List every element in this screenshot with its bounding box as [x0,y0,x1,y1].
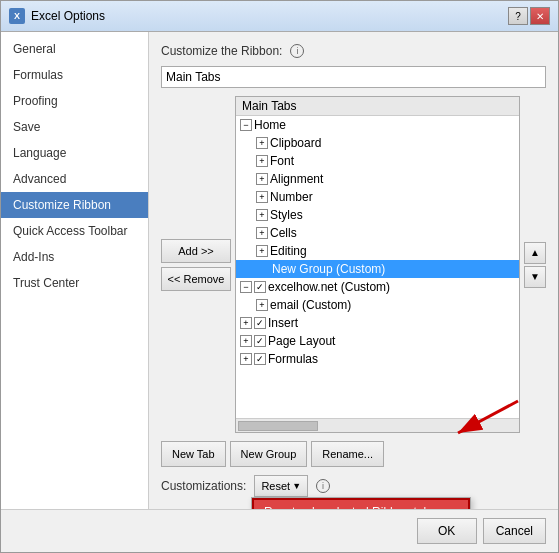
expand-icon[interactable]: + [240,353,252,365]
expand-icon[interactable]: + [256,155,268,167]
reset-button[interactable]: Reset ▼ [254,475,308,497]
help-button[interactable]: ? [508,7,528,25]
rename-button[interactable]: Rename... [311,441,384,467]
tree-item[interactable]: +✓Page Layout [236,332,519,350]
reset-label: Reset [261,480,290,492]
customizations-row: Customizations: Reset ▼ i Reset only sel… [161,475,546,497]
tree-item[interactable]: +✓Formulas [236,350,519,368]
tree-item[interactable]: +Font [236,152,519,170]
cancel-button[interactable]: Cancel [483,518,546,544]
right-scroll-buttons: ▲ ▼ [524,96,546,433]
tree-item-label: excelhow.net (Custom) [268,280,390,294]
sidebar-item-quick-access-toolbar[interactable]: Quick Access Toolbar [1,218,148,244]
expand-icon[interactable]: − [240,281,252,293]
tree-item-label: Cells [270,226,297,240]
tree-header: Main Tabs [236,97,519,116]
main-content: Customize the Ribbon: i Main Tabs Add >>… [149,32,558,509]
excel-options-dialog: X Excel Options ? ✕ GeneralFormulasProof… [0,0,559,553]
expand-icon[interactable]: + [256,227,268,239]
scroll-down-button[interactable]: ▼ [524,266,546,288]
sidebar-item-save[interactable]: Save [1,114,148,140]
tree-item-label: Page Layout [268,334,335,348]
checkbox-icon[interactable]: ✓ [254,335,266,347]
checkbox-icon[interactable]: ✓ [254,317,266,329]
expand-icon[interactable]: + [240,335,252,347]
sidebar-item-general[interactable]: General [1,36,148,62]
tree-item-label: Font [270,154,294,168]
reset-info-icon[interactable]: i [316,479,330,493]
tree-item-label: Number [270,190,313,204]
dialog-body: GeneralFormulasProofingSaveLanguageAdvan… [1,32,558,509]
expand-icon[interactable]: + [256,137,268,149]
checkbox-icon[interactable]: ✓ [254,353,266,365]
tree-item[interactable]: +Alignment [236,170,519,188]
close-button[interactable]: ✕ [530,7,550,25]
title-bar: X Excel Options ? ✕ [1,1,558,32]
tree-item-label: New Group (Custom) [272,262,385,276]
expand-icon[interactable]: + [256,191,268,203]
dialog-footer: OK Cancel [1,509,558,552]
sidebar-item-advanced[interactable]: Advanced [1,166,148,192]
sidebar-item-trust-center[interactable]: Trust Center [1,270,148,296]
new-tab-button[interactable]: New Tab [161,441,226,467]
tree-item-label: Insert [268,316,298,330]
tree-item[interactable]: +Clipboard [236,134,519,152]
tree-item[interactable]: New Group (Custom) [236,260,519,278]
title-bar-left: X Excel Options [9,8,105,24]
tree-item[interactable]: +✓Insert [236,314,519,332]
expand-icon[interactable]: + [256,173,268,185]
tree-item-label: Formulas [268,352,318,366]
tree-scroll-area[interactable]: −Home+Clipboard+Font+Alignment+Number+St… [236,116,519,418]
main-tabs-dropdown[interactable]: Main Tabs [161,66,546,88]
add-remove-panel: Add >> << Remove [161,96,231,433]
tree-item-label: Editing [270,244,307,258]
customizations-label: Customizations: [161,479,246,493]
sidebar: GeneralFormulasProofingSaveLanguageAdvan… [1,32,149,509]
dropdown-row: Main Tabs [161,66,546,88]
customize-ribbon-label: Customize the Ribbon: [161,44,282,58]
new-group-button[interactable]: New Group [230,441,308,467]
add-button[interactable]: Add >> [161,239,231,263]
tree-item[interactable]: +Cells [236,224,519,242]
ok-button[interactable]: OK [417,518,477,544]
tree-item-label: Alignment [270,172,323,186]
scroll-up-button[interactable]: ▲ [524,242,546,264]
reset-dropdown-arrow-icon: ▼ [292,481,301,491]
tree-item-label: Styles [270,208,303,222]
tree-item-label: Clipboard [270,136,321,150]
tree-item[interactable]: −✓excelhow.net (Custom) [236,278,519,296]
tree-item-label: email (Custom) [270,298,351,312]
checkbox-icon[interactable]: ✓ [254,281,266,293]
expand-icon[interactable]: + [256,245,268,257]
dialog-title: Excel Options [31,9,105,23]
expand-icon[interactable]: + [240,317,252,329]
bottom-buttons-row: New Tab New Group Rename... [161,441,546,467]
sidebar-item-proofing[interactable]: Proofing [1,88,148,114]
customize-ribbon-row: Customize the Ribbon: i [161,44,546,58]
expand-icon[interactable]: + [256,299,268,311]
sidebar-item-language[interactable]: Language [1,140,148,166]
reset-selected-tab-item[interactable]: Reset only selected Ribbon tab [252,498,470,509]
sidebar-item-formulas[interactable]: Formulas [1,62,148,88]
excel-icon: X [9,8,25,24]
expand-icon[interactable]: − [240,119,252,131]
remove-button[interactable]: << Remove [161,267,231,291]
h-scrollbar-thumb [238,421,318,431]
tree-item[interactable]: −Home [236,116,519,134]
customize-info-icon[interactable]: i [290,44,304,58]
expand-icon[interactable]: + [256,209,268,221]
title-buttons: ? ✕ [508,7,550,25]
tree-item[interactable]: +email (Custom) [236,296,519,314]
h-scrollbar[interactable] [236,418,519,432]
tree-item[interactable]: +Styles [236,206,519,224]
reset-dropdown-menu: Reset only selected Ribbon tab Reset all… [251,497,471,509]
sidebar-item-add-ins[interactable]: Add-Ins [1,244,148,270]
tree-item-label: Home [254,118,286,132]
tree-item[interactable]: +Editing [236,242,519,260]
tree-item[interactable]: +Number [236,188,519,206]
sidebar-item-customize-ribbon[interactable]: Customize Ribbon [1,192,148,218]
